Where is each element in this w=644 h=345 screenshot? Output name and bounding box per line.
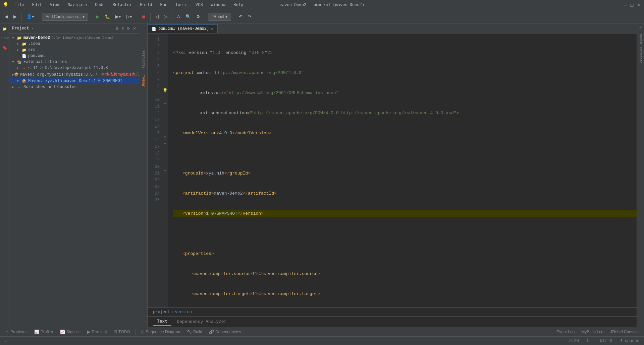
user-icon-button[interactable]: 👤▾ (24, 13, 36, 20)
forward-hist-button[interactable]: ↷ (246, 13, 254, 20)
tab-close-button[interactable]: ✕ (211, 27, 213, 31)
build-button[interactable]: 🔨 Build (184, 329, 205, 335)
statistic-button[interactable]: 📈 Statistic (57, 329, 83, 335)
menu-file[interactable]: File (12, 2, 26, 8)
menu-window[interactable]: Window (209, 2, 227, 8)
fold-16-icon[interactable]: ▼ (164, 136, 166, 139)
search-everywhere-button[interactable]: 🔍 (183, 13, 193, 20)
todo-label: TODO (118, 330, 130, 334)
sequence-diagram-button[interactable]: ⊞ Sequence Diagram (139, 329, 183, 335)
profiler-icon: 📊 (34, 330, 39, 334)
menu-vcs[interactable]: VCS (194, 2, 205, 8)
nav-right-button[interactable]: ▷ (162, 13, 169, 20)
project-view-icon[interactable]: 📁 (1, 25, 9, 33)
tree-jdk[interactable]: ▶ ☕ < 11 > D:\develop\Java\jdk-11.0.8 (9, 65, 140, 71)
database-sidebar-label[interactable]: Database (639, 47, 642, 63)
project-dropdown-icon[interactable]: ▾ (32, 26, 34, 30)
tree-maven-demo1[interactable]: ▼ 📦 Maven: xyz.hlh:maven-Demo1:1.0-SNAPS… (9, 78, 140, 84)
bulb-icon[interactable]: 💡 (163, 88, 168, 93)
fold-17-icon[interactable]: ▼ (164, 142, 166, 146)
pom-xml-tab[interactable]: 📄 pom.xml (maven-Demo2) ✕ (148, 24, 218, 33)
menu-run[interactable]: Run (158, 2, 169, 8)
revert-button[interactable]: ↶ (237, 13, 245, 20)
maven-sidebar-label[interactable]: Maven (639, 34, 642, 44)
status-line-ending[interactable]: LF (585, 337, 594, 345)
structure-icon[interactable]: Str (1, 34, 9, 42)
project-tree: ▼ 📂 maven-Demo2 D:\A_IdeaProject\Maven-D… (9, 33, 140, 327)
favorites-label[interactable]: Favorites (142, 50, 146, 68)
breadcrumb-project[interactable]: project (153, 310, 170, 315)
mybatis-log-button[interactable]: MyBatis Log (579, 329, 606, 335)
panel-options-button[interactable]: ⚙ (125, 25, 131, 31)
code-editor[interactable]: <?xml version="1.0" encoding="UTF-8"?> <… (168, 33, 637, 307)
maximize-button[interactable]: □ (629, 2, 635, 8)
status-indent[interactable]: 4 spaces (618, 337, 641, 345)
line-num-1: 1 (150, 36, 160, 43)
jrebel-console-button[interactable]: JRebel Console (607, 329, 641, 335)
tab-label: pom.xml (maven-Demo2) (158, 26, 209, 31)
fold-11-icon[interactable]: ▼ (164, 102, 166, 106)
status-check-icon[interactable]: ✓ (3, 337, 9, 345)
menu-code[interactable]: Code (93, 2, 107, 8)
jrebel-side-label[interactable]: JRebel (142, 75, 146, 87)
run-with-button[interactable]: ▷▾ (124, 13, 134, 20)
run-button[interactable]: ▶ (94, 13, 101, 20)
problems-button[interactable]: ⚠ Problems (3, 329, 30, 335)
terminal-button[interactable]: ▶ Terminal (85, 329, 109, 335)
menu-refactor[interactable]: Refactor (111, 2, 134, 8)
tree-idea-folder[interactable]: ▶ 📁 .idea (9, 41, 140, 47)
coverage-button[interactable]: ▶▾ (113, 13, 123, 20)
root-label: maven-Demo2 (23, 36, 50, 40)
tree-external-libs[interactable]: ▼ 📚 External Libraries (9, 59, 140, 65)
menu-edit[interactable]: Edit (30, 2, 44, 8)
check-ok-icon: ✓ (639, 25, 642, 30)
event-log-button[interactable]: Event Log (554, 329, 577, 335)
debug-button[interactable]: 🐛 (103, 13, 112, 20)
menu-help[interactable]: Help (231, 2, 245, 8)
menu-view[interactable]: View (48, 2, 62, 8)
config-dropdown-icon: ▾ (83, 14, 85, 19)
add-configuration-button[interactable]: Add Configuration... ▾ (42, 13, 88, 21)
ext-libs-label: External Libraries (23, 60, 67, 64)
forward-button[interactable]: ▶ (11, 13, 19, 20)
jrebel-button[interactable]: JRebel ▾ (208, 13, 231, 21)
tab-bar: 📄 pom.xml (maven-Demo2) ✕ (148, 23, 637, 33)
dependencies-label: Dependencies (215, 330, 241, 334)
code-line-2: <project xmlns="http://maven.apache.org/… (173, 70, 637, 76)
tree-src-folder[interactable]: ▶ 📁 src (9, 47, 140, 53)
menu-navigate[interactable]: Navigate (65, 2, 89, 8)
menu-build[interactable]: Build (138, 2, 154, 8)
gutter-11: ▼ (162, 100, 168, 107)
collapse-all-button[interactable]: ≡ (120, 25, 125, 31)
fold-21-icon[interactable]: ▼ (164, 169, 166, 173)
gutter: 💡 ▼ ▼ ▼ ▼ (162, 33, 168, 307)
tree-scratches[interactable]: ▶ ✏️ Scratches and Consoles (9, 84, 140, 90)
close-button[interactable]: ✕ (636, 2, 641, 8)
profiler-button[interactable]: 📊 Profiler (32, 329, 56, 335)
bottom-tool-bar: ⚠ Problems 📊 Profiler 📈 Statistic ▶ Term… (0, 327, 644, 336)
panel-close-button[interactable]: ✕ (132, 25, 137, 31)
tree-root[interactable]: ▼ 📂 maven-Demo2 D:\A_IdeaProject\Maven-D… (9, 35, 140, 41)
menu-tools[interactable]: Tools (173, 2, 190, 8)
bookmarks-icon[interactable]: 🔖 (1, 44, 9, 52)
status-encoding[interactable]: UTF-8 (598, 337, 614, 345)
tree-pom-xml[interactable]: 📄 pom.xml (9, 53, 140, 59)
scratches-label: Scratches and Consoles (23, 85, 76, 89)
breadcrumb-version[interactable]: version (175, 310, 192, 315)
todo-button[interactable]: ☑ TODO (111, 329, 132, 335)
tab-text[interactable]: Text (153, 318, 171, 326)
tab-dependency-analyzer[interactable]: Dependency Analyzer (173, 318, 230, 326)
nav-left-button[interactable]: ◁ (153, 13, 161, 20)
editor-content[interactable]: 1 2 3 4 5 6 7 8 9 10 11 12 13 14 15 16 1… (148, 33, 637, 307)
back-button[interactable]: ◀ (3, 13, 10, 20)
status-left: ✓ (3, 337, 567, 345)
locate-file-button[interactable]: ⊕ (114, 25, 120, 31)
status-position[interactable]: 9:20 (567, 337, 581, 345)
dependencies-button[interactable]: 🔗 Dependencies (206, 329, 244, 335)
settings-button[interactable]: ⚙ (194, 13, 202, 20)
translate-button[interactable]: A (175, 13, 182, 20)
tree-mybatis[interactable]: ▶ 📦 Maven: org.mybatis:mybatis:3.5.7 间接依… (9, 71, 140, 78)
gutter-10 (162, 94, 168, 100)
stop-button[interactable]: ◼ (140, 13, 148, 20)
minimize-button[interactable]: ─ (623, 2, 628, 8)
